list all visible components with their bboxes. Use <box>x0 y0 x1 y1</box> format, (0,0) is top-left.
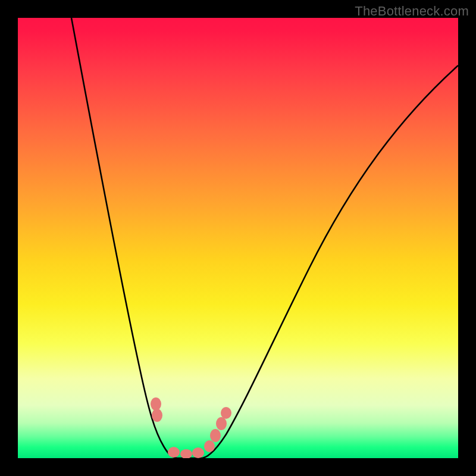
svg-point-3 <box>180 449 192 458</box>
svg-point-5 <box>204 440 215 452</box>
plot-area <box>18 18 458 458</box>
watermark-text: TheBottleneck.com <box>355 4 469 19</box>
curve-right <box>202 65 458 458</box>
curve-left <box>71 18 177 458</box>
trough-markers <box>151 397 231 458</box>
svg-point-7 <box>216 417 227 430</box>
svg-point-0 <box>151 397 161 411</box>
svg-point-4 <box>192 447 204 458</box>
svg-point-6 <box>210 429 221 442</box>
svg-point-2 <box>168 447 180 458</box>
curve-layer <box>18 18 458 458</box>
svg-point-8 <box>221 407 231 419</box>
svg-point-1 <box>152 409 162 422</box>
chart-container: TheBottleneck.com <box>0 0 476 476</box>
